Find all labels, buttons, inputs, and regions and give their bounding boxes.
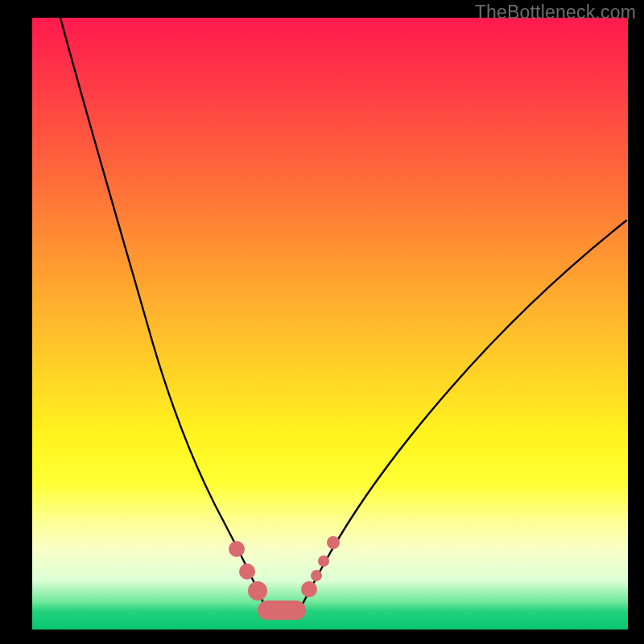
chart-frame: TheBottleneck.com [0, 0, 644, 644]
marker-dot [311, 570, 322, 581]
marker-dot [229, 541, 245, 557]
curve-left [60, 18, 268, 613]
marker-bar [258, 601, 306, 620]
marker-dot [327, 536, 340, 549]
plot-area [32, 18, 628, 630]
watermark-text: TheBottleneck.com [475, 2, 636, 23]
marker-dot [239, 564, 255, 580]
marker-dot [248, 581, 267, 601]
marker-dot [301, 581, 317, 597]
curve-right [298, 221, 626, 613]
marker-dot [318, 555, 329, 567]
chart-svg [32, 18, 628, 630]
